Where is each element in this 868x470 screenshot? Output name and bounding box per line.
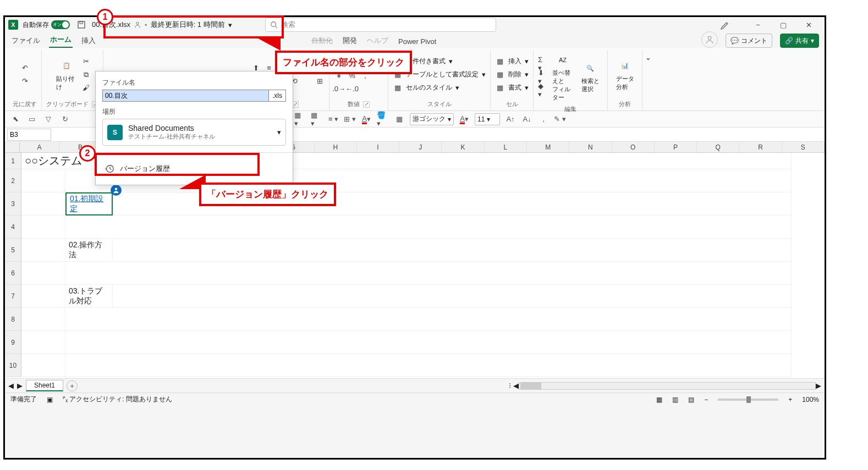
row-header[interactable]: 8 [5, 308, 21, 331]
accessibility-status[interactable]: ᴾᵪ アクセシビリティ: 問題ありません [63, 395, 172, 404]
tab-home[interactable]: ホーム [49, 32, 73, 48]
tab-automate[interactable]: 自動化 [310, 34, 334, 48]
row-header[interactable]: 1 [5, 153, 21, 169]
clear-icon[interactable]: ◆ ▾ [538, 85, 548, 95]
save-icon[interactable] [75, 19, 87, 31]
row-header[interactable]: 10 [5, 354, 21, 377]
prev-sheet-icon[interactable]: ▶ [17, 381, 23, 390]
col-header[interactable]: M [527, 142, 569, 152]
decrease-decimal-icon[interactable]: ←.0 [347, 84, 357, 94]
zoom-level[interactable]: 100% [802, 396, 819, 403]
font-color2-icon[interactable]: A ▾ [458, 113, 470, 125]
cut-icon[interactable]: ✂ [81, 57, 91, 67]
autosum-icon[interactable]: Σ ▾ [538, 59, 548, 69]
search-input[interactable]: 検索 [265, 18, 496, 32]
file-extension[interactable]: .xls [269, 90, 286, 102]
close-button[interactable]: ✕ [796, 17, 821, 32]
copy-icon[interactable]: ⧉ [81, 70, 91, 80]
cursor-icon[interactable]: ⬉ [9, 113, 21, 125]
zoom-in-icon[interactable]: + [788, 396, 792, 403]
redo-icon[interactable]: ↷ [20, 76, 30, 86]
sheet-tab[interactable]: Sheet1 [26, 380, 63, 391]
col-header[interactable]: Q [697, 142, 739, 152]
merge-icon[interactable]: ⊞ ▾ [344, 113, 356, 125]
account-icon[interactable] [701, 31, 718, 48]
comma2-icon[interactable]: , [537, 113, 550, 125]
horizontal-scrollbar[interactable] [519, 382, 816, 390]
font-color-icon[interactable]: A ▾ [360, 113, 372, 125]
align-icon[interactable]: ≡ ▾ [327, 113, 339, 125]
location-select[interactable]: S Shared Documents テストチーム-社外共有チャネル ▾ [102, 119, 286, 146]
format-painter-icon[interactable]: 🖌 [81, 83, 91, 93]
cell[interactable]: 02.操作方法 [65, 239, 113, 262]
zoom-out-icon[interactable]: − [704, 396, 708, 403]
reapply-icon[interactable]: ↻ [59, 113, 71, 125]
col-header[interactable]: O [612, 142, 655, 152]
fill-icon[interactable]: ⬇ ▾ [538, 72, 548, 82]
border-icon[interactable]: ▦ ▾ [294, 113, 306, 125]
maximize-button[interactable]: ▢ [771, 17, 796, 32]
data-analysis-button[interactable]: 📊データ 分析 [612, 56, 638, 93]
row-header[interactable]: 6 [5, 262, 21, 285]
selected-cell[interactable]: 01.初期設定 [65, 192, 113, 215]
col-header[interactable]: I [357, 142, 399, 152]
delete-cells-button[interactable]: ▦削除 ▾ [495, 70, 529, 80]
first-sheet-icon[interactable]: ◀ [8, 381, 14, 390]
view-page-icon[interactable]: ▥ [672, 396, 678, 403]
paste-button[interactable]: 📋貼り付け [54, 56, 79, 93]
zoom-slider[interactable] [718, 399, 778, 401]
font-name-select[interactable]: 游ゴシック ▾ [410, 113, 454, 125]
col-header[interactable]: L [485, 142, 527, 152]
col-header[interactable]: N [569, 142, 612, 152]
sort-filter-button[interactable]: AZ並べ替えと フィルター [550, 50, 575, 104]
autosave-toggle[interactable]: オン [51, 20, 70, 29]
view-break-icon[interactable]: ▤ [688, 396, 694, 403]
row-header[interactable]: 5 [5, 239, 21, 262]
row-header[interactable]: 3 [5, 192, 21, 215]
filename-input[interactable] [102, 90, 269, 102]
comments-button[interactable]: 💬 コメント [726, 34, 772, 48]
view-normal-icon[interactable]: ▦ [656, 396, 662, 403]
select-all-corner[interactable] [5, 142, 20, 152]
dialog-launcher-icon[interactable]: ⤢ [363, 101, 370, 108]
insert-cells-button[interactable]: ▦挿入 ▾ [495, 57, 529, 67]
merge-center-icon[interactable]: ⊞ [315, 76, 325, 86]
col-header[interactable]: J [399, 142, 442, 152]
row-header[interactable]: 2 [5, 169, 21, 192]
col-header[interactable]: K [442, 142, 484, 152]
fill-color-icon[interactable]: 🪣 ▾ [377, 113, 389, 125]
border3-icon[interactable]: ▦ [393, 113, 405, 125]
col-header[interactable]: R [739, 142, 782, 152]
collapse-ribbon-icon[interactable]: ⌄ [645, 53, 651, 62]
decrease-font-icon[interactable]: A↓ [521, 113, 533, 125]
macro-rec-icon[interactable]: ▣ [47, 396, 53, 403]
find-select-button[interactable]: 🔍検索と 選択 [578, 58, 603, 96]
tab-developer[interactable]: 開発 [342, 34, 358, 48]
share-button[interactable]: 🔗 共有 ▾ [780, 34, 819, 48]
row-header[interactable]: 4 [5, 215, 21, 239]
tab-insert[interactable]: 挿入 [80, 34, 97, 48]
col-header[interactable]: S [782, 142, 825, 152]
select-icon[interactable]: ▭ [26, 113, 38, 125]
col-header[interactable]: P [655, 142, 697, 152]
cell[interactable]: 03.トラブル対応 [65, 285, 113, 308]
add-sheet-button[interactable]: + [67, 380, 78, 391]
increase-font-icon[interactable]: A↑ [504, 113, 517, 125]
col-header[interactable]: H [315, 142, 357, 152]
border2-icon[interactable]: ▦ ▾ [311, 113, 323, 125]
undo-icon[interactable]: ↶ [20, 63, 30, 73]
row-header[interactable]: 9 [5, 331, 21, 354]
col-header[interactable]: A [20, 142, 59, 152]
tab-file[interactable]: ファイル [10, 34, 41, 48]
filter-icon[interactable]: ▽ [42, 113, 54, 125]
filename-area[interactable]: 00.目次.xlsx • 最終更新日時: 1 時間前 ▾ [92, 20, 232, 30]
tab-help[interactable]: ヘルプ [366, 34, 389, 48]
highlight-icon[interactable]: ✎ ▾ [554, 113, 566, 125]
row-header[interactable]: 7 [5, 285, 21, 308]
cell-styles-button[interactable]: ▦セルのスタイル ▾ [393, 83, 459, 93]
font-size-select[interactable]: 11 ▾ [475, 113, 500, 125]
tab-powerpivot[interactable]: Power Pivot [397, 35, 437, 48]
format-cells-button[interactable]: ▦書式 ▾ [495, 83, 529, 93]
increase-decimal-icon[interactable]: .0→ [334, 84, 344, 94]
pen-icon[interactable] [720, 19, 731, 30]
